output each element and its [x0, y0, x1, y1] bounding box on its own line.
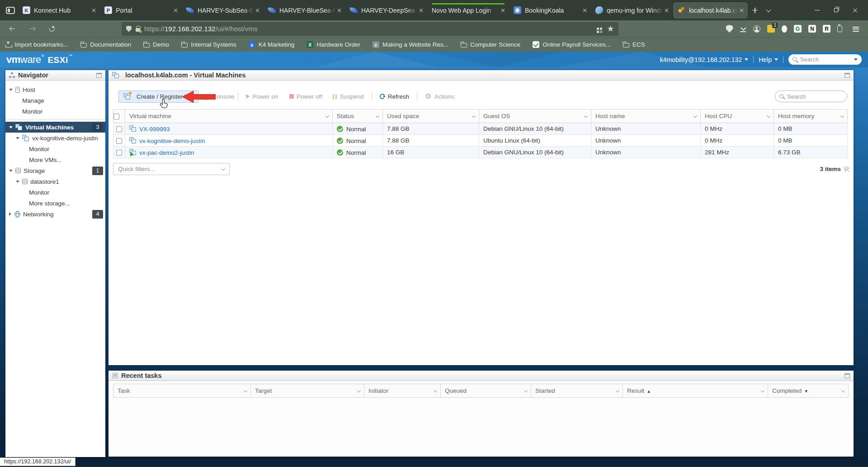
nav-item-more-vms[interactable]: More VMs...: [5, 154, 105, 165]
column-menu-icon[interactable]: [326, 114, 329, 117]
row-checkbox[interactable]: [116, 138, 122, 144]
column-menu-icon[interactable]: [376, 114, 379, 117]
column-menu-icon[interactable]: [584, 114, 588, 117]
tab-close-button[interactable]: [419, 8, 424, 13]
nav-item-manage[interactable]: Manage: [5, 95, 105, 106]
bookmark-documentation[interactable]: Documentation: [80, 41, 131, 48]
tab-harvey-bluesea-es12[interactable]: HARVEY-BlueSea-ES12: [264, 2, 345, 19]
tab-close-button[interactable]: [92, 8, 96, 13]
downloads-icon[interactable]: [740, 25, 746, 32]
refresh-button[interactable]: Refresh: [380, 93, 409, 100]
column-menu-icon[interactable]: [767, 114, 770, 117]
tab-close-button[interactable]: [174, 8, 178, 13]
url-text[interactable]: https://192.168.202.132/ui/#/host/vms: [144, 25, 593, 33]
suspend-button[interactable]: Suspend: [333, 93, 363, 100]
nav-item-monitor[interactable]: Monitor: [5, 143, 105, 154]
column-menu-icon[interactable]: [472, 114, 476, 117]
tab-portal[interactable]: PPortal: [100, 2, 181, 19]
column-menu-icon[interactable]: [840, 114, 844, 117]
global-search[interactable]: [788, 54, 862, 65]
bookmark-internal-systems[interactable]: Internal Systems: [181, 41, 236, 48]
vm-name-link[interactable]: vx-pac-demo2-justin: [139, 149, 194, 156]
column-menu-icon[interactable]: [524, 388, 528, 392]
nav-item-virtual-machines[interactable]: Virtual Machines3: [5, 122, 105, 133]
bookmark-computer-science[interactable]: Computer Science: [461, 41, 520, 48]
tab-close-button[interactable]: [337, 8, 342, 13]
notion-icon[interactable]: N: [808, 25, 816, 33]
nav-item-host[interactable]: Host: [5, 84, 105, 95]
minimize-button[interactable]: [807, 2, 826, 19]
task-column-result[interactable]: Result▲: [623, 384, 768, 398]
tab-close-button[interactable]: [255, 8, 260, 13]
tree-caret-icon[interactable]: [9, 212, 11, 216]
tab-close-button[interactable]: [665, 8, 669, 13]
vm-row-vx-pac-demo2-justin[interactable]: vx-pac-demo2-justinNormal16 GBDebian GNU…: [113, 147, 848, 158]
close-button[interactable]: [845, 2, 864, 19]
actions-button[interactable]: Actions: [425, 93, 454, 100]
bookmark-import-bookmarks[interactable]: Import bookmarks...: [5, 41, 68, 48]
vm-row-vx-kognitive-demo-justin[interactable]: vx-kognitive-demo-justinNormal7.88 GBUbu…: [113, 135, 848, 147]
bookmark-k4-marketing[interactable]: sK4 Marketing: [249, 41, 295, 48]
notes-extension-icon[interactable]: 1: [767, 25, 775, 33]
app-menu-button[interactable]: [849, 22, 863, 36]
column-menu-icon[interactable]: [357, 388, 361, 392]
tab-close-button[interactable]: [583, 8, 587, 13]
bookmark-ecs[interactable]: ECS: [623, 41, 645, 48]
tab-localhost-k4lab-com-v[interactable]: localhost.k4lab.com - V: [673, 2, 748, 19]
bookmark-demo[interactable]: Demo: [143, 41, 169, 48]
column-header-host-cpu[interactable]: Host CPU: [701, 110, 774, 123]
bookmark-hardware-order[interactable]: XHardware Order: [307, 41, 360, 48]
page-actions-icon[interactable]: [597, 28, 599, 30]
column-menu-icon[interactable]: [841, 388, 845, 392]
tab-konnect-hub[interactable]: KKonnect Hub: [19, 2, 99, 19]
lock-warning-icon[interactable]: [136, 28, 140, 32]
nav-item-more-storage[interactable]: More storage...: [5, 198, 105, 209]
column-menu-icon[interactable]: [693, 114, 697, 117]
url-bar[interactable]: https://192.168.202.132/ui/#/host/vms: [122, 22, 618, 36]
collapse-panel-icon[interactable]: [844, 373, 850, 378]
new-tab-button[interactable]: [748, 4, 762, 17]
nav-item-monitor[interactable]: Monitor: [5, 187, 105, 198]
pin-panel-icon[interactable]: [96, 73, 102, 78]
vm-row-vx-999993[interactable]: VX-999993Normal7.88 GBDebian GNU/Linux 1…: [113, 123, 848, 135]
tracking-shield-icon[interactable]: [126, 26, 132, 32]
list-all-tabs-button[interactable]: [762, 4, 775, 17]
back-button[interactable]: [5, 22, 19, 36]
restore-button[interactable]: [826, 2, 845, 19]
task-column-task[interactable]: Task: [113, 384, 251, 398]
honey-extension-icon[interactable]: [837, 26, 842, 32]
bookmark-star-icon[interactable]: [607, 25, 614, 32]
tree-caret-icon[interactable]: [9, 89, 13, 91]
column-header-guest-os[interactable]: Guest OS: [479, 110, 591, 123]
column-menu-icon[interactable]: [434, 388, 437, 392]
tracking-protection-icon[interactable]: [726, 25, 733, 33]
grammarly-icon[interactable]: G: [794, 25, 802, 33]
tab-close-button[interactable]: [501, 8, 505, 13]
nav-item-networking[interactable]: Networking4: [5, 209, 105, 219]
account-icon[interactable]: [753, 25, 760, 33]
help-menu[interactable]: Help: [759, 56, 778, 63]
forward-button[interactable]: [25, 22, 39, 36]
chevron-down-icon[interactable]: [854, 58, 858, 61]
row-checkbox[interactable]: [116, 126, 122, 132]
nav-item-vx-kognitive-demo-justin[interactable]: vx-kognitive-demo-justin: [5, 133, 105, 143]
collapse-panel-icon[interactable]: [844, 73, 850, 78]
vm-name-link[interactable]: VX-999993: [139, 125, 170, 132]
column-header-host-memory[interactable]: Host memory: [774, 110, 848, 123]
column-header-virtual-machine[interactable]: Virtual machine: [125, 110, 333, 123]
bookmark-online-payroll-services[interactable]: Online Payroll Services...: [533, 41, 611, 48]
mask-extension-icon[interactable]: [782, 25, 787, 33]
resize-grip-icon[interactable]: [844, 167, 849, 172]
global-search-input[interactable]: [800, 56, 851, 63]
column-menu-icon[interactable]: [244, 388, 247, 392]
task-column-target[interactable]: Target: [251, 384, 364, 398]
tab-harvey-deepsea-es12[interactable]: HARVEY-DeepSea-ES12: [346, 2, 427, 19]
power-off-button[interactable]: Power off: [289, 93, 322, 100]
tree-caret-icon[interactable]: [9, 126, 13, 129]
column-header-host-name[interactable]: Host name: [591, 110, 701, 123]
tab-novo-web-app-login[interactable]: Novo Web App Login: [428, 2, 509, 19]
task-column-completed[interactable]: Completed▼: [768, 384, 849, 398]
nav-item-monitor[interactable]: Monitor: [5, 106, 105, 117]
quick-filters-dropdown[interactable]: Quick filters...: [113, 163, 230, 175]
tree-caret-icon[interactable]: [16, 137, 19, 139]
